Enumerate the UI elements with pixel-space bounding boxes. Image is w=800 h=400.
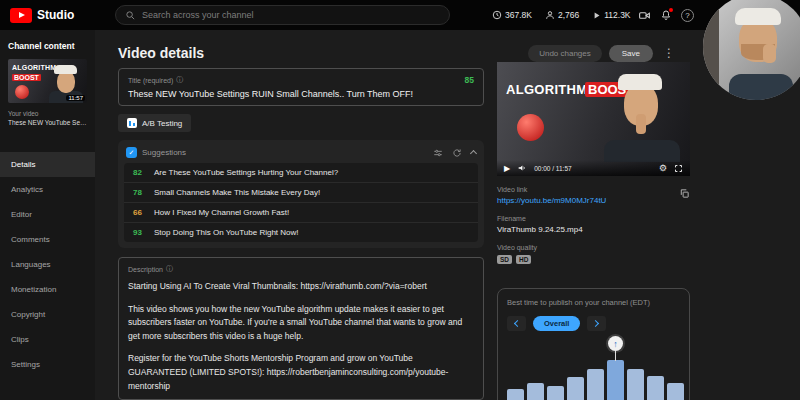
video-player[interactable]: ALGORITHM BOOST ▶ 00:00 / 11:57 ⚙ bbox=[497, 62, 690, 176]
notifications-button[interactable] bbox=[660, 9, 672, 21]
video-thumbnail[interactable]: ALGORITHM BOOST 11:57 bbox=[8, 59, 87, 103]
hd-badge: HD bbox=[516, 255, 531, 264]
scheduled-publish-marker: ↑ bbox=[608, 336, 623, 351]
description-label-row: Description ⓘ bbox=[128, 264, 474, 274]
ab-testing-icon bbox=[127, 118, 137, 128]
title-input[interactable]: These NEW YouTube Settings RUIN Small Ch… bbox=[128, 89, 474, 99]
best-time-bar bbox=[667, 383, 684, 400]
play-button[interactable]: ▶ bbox=[504, 164, 510, 173]
chevron-left-icon bbox=[514, 320, 521, 327]
stat-watch-time[interactable]: 367.8K bbox=[492, 10, 532, 20]
sidebar-item-copyright[interactable]: Copyright bbox=[0, 302, 95, 327]
top-bar: Studio Search across your channel 367.8K… bbox=[0, 0, 800, 30]
thumbnail-text-line2: BOOST bbox=[12, 74, 41, 81]
help-button[interactable]: ? bbox=[681, 9, 694, 22]
prev-button[interactable] bbox=[507, 316, 526, 331]
sidebar-menu: Details Analytics Editor Comments Langua… bbox=[0, 152, 95, 377]
sidebar-item-clips[interactable]: Clips bbox=[0, 327, 95, 352]
channel-content-label: Channel content bbox=[0, 30, 95, 59]
suggestion-score: 82 bbox=[133, 168, 145, 177]
search-placeholder: Search across your channel bbox=[142, 10, 254, 20]
copy-icon[interactable] bbox=[679, 188, 690, 199]
more-options-icon[interactable]: ⋮ bbox=[660, 46, 678, 60]
best-time-bar bbox=[587, 369, 604, 400]
sidebar-item-editor[interactable]: Editor bbox=[0, 202, 95, 227]
thumbnail-red-ball bbox=[517, 114, 544, 141]
description-label-text: Description bbox=[128, 266, 163, 273]
content-header: Video details Undo changes Save ⋮ bbox=[118, 42, 678, 64]
thumbnail-person-hand bbox=[636, 114, 646, 134]
sidebar-item-settings[interactable]: Settings bbox=[0, 352, 95, 377]
clock-icon bbox=[492, 10, 502, 20]
page-title: Video details bbox=[118, 45, 204, 61]
scheduled-publish-line bbox=[615, 351, 616, 361]
record-icon[interactable] bbox=[638, 9, 651, 22]
sd-badge: SD bbox=[497, 255, 512, 264]
video-link[interactable]: https://youtu.be/m9M0MJr74tU bbox=[497, 196, 690, 205]
thumbnail-text-line1: ALGORITHM bbox=[12, 64, 56, 71]
save-button[interactable]: Save bbox=[609, 45, 653, 62]
best-time-bar bbox=[527, 383, 544, 400]
suggestion-score: 93 bbox=[133, 228, 145, 237]
sidebar: Channel content ALGORITHM BOOST 11:57 Yo… bbox=[0, 30, 95, 400]
title-label: Title (required) ⓘ bbox=[128, 75, 183, 85]
suggestion-row[interactable]: 93 Stop Doing This On YouTube Right Now! bbox=[124, 222, 478, 242]
sidebar-item-monetization[interactable]: Monetization bbox=[0, 277, 95, 302]
refresh-icon[interactable] bbox=[452, 148, 462, 158]
volume-icon[interactable] bbox=[517, 163, 527, 173]
stat-subscribers[interactable]: 2,766 bbox=[545, 10, 579, 20]
thumbnail-red-ball bbox=[15, 85, 29, 99]
filename-label: Filename bbox=[497, 215, 690, 222]
sidebar-video-title: These NEW YouTube Settings RUIN .. bbox=[0, 117, 95, 126]
sidebar-item-languages[interactable]: Languages bbox=[0, 252, 95, 277]
suggestion-text: How I Fixed My Channel Growth Fast! bbox=[154, 208, 289, 217]
views-icon bbox=[592, 11, 601, 20]
sidebar-item-analytics[interactable]: Analytics bbox=[0, 177, 95, 202]
topbar-icon-group: ? bbox=[638, 0, 694, 30]
stat-views[interactable]: 112.3K bbox=[592, 10, 630, 20]
suggestion-score: 78 bbox=[133, 188, 145, 197]
best-time-bar bbox=[647, 376, 664, 400]
suggestion-text: Are These YouTube Settings Hurting Your … bbox=[154, 168, 338, 177]
sidebar-item-details[interactable]: Details bbox=[0, 152, 95, 177]
suggestion-row[interactable]: 78 Small Channels Make This Mistake Ever… bbox=[124, 182, 478, 202]
suggestions-header: ✓ Suggestions bbox=[124, 145, 478, 163]
collapse-icon[interactable] bbox=[470, 150, 477, 157]
description-paragraph: Starting Using AI To Create Viral Thumbn… bbox=[128, 280, 474, 294]
quality-badges: SD HD bbox=[497, 255, 690, 264]
filename-value: ViraThumb 9.24.25.mp4 bbox=[497, 225, 690, 234]
fullscreen-icon[interactable] bbox=[674, 164, 683, 173]
suggestion-row[interactable]: 66 How I Fixed My Channel Growth Fast! bbox=[124, 202, 478, 222]
best-time-bar bbox=[567, 377, 584, 400]
search-bar[interactable]: Search across your channel bbox=[115, 5, 450, 25]
thumbnail-text-line1: ALGORITHM bbox=[506, 82, 587, 97]
ab-testing-button[interactable]: A/B Testing bbox=[118, 114, 191, 132]
best-time-nav: Overall bbox=[507, 316, 680, 331]
overall-tab[interactable]: Overall bbox=[533, 316, 580, 331]
suggestion-score: 66 bbox=[133, 208, 145, 217]
best-time-bars bbox=[507, 360, 684, 400]
stat-value: 367.8K bbox=[505, 10, 532, 20]
studio-logo[interactable]: Studio bbox=[10, 8, 74, 23]
sidebar-item-comments[interactable]: Comments bbox=[0, 227, 95, 252]
header-actions: Undo changes Save ⋮ bbox=[528, 45, 678, 62]
notification-dot bbox=[669, 8, 673, 12]
thumbnail-person-cap bbox=[618, 74, 662, 90]
player-settings-icon[interactable]: ⚙ bbox=[659, 163, 667, 173]
video-quality-label: Video quality bbox=[497, 244, 690, 251]
webcam-person-cap bbox=[735, 8, 781, 25]
subscribers-icon bbox=[545, 10, 555, 20]
title-field[interactable]: Title (required) ⓘ 85 These NEW YouTube … bbox=[118, 68, 484, 106]
webcam-person-hand bbox=[763, 44, 776, 63]
description-field[interactable]: Description ⓘ Starting Using AI To Creat… bbox=[118, 257, 484, 400]
suggestion-row[interactable]: 82 Are These YouTube Settings Hurting Yo… bbox=[124, 163, 478, 182]
webcam-person-body bbox=[729, 74, 793, 100]
title-label-row: Title (required) ⓘ 85 bbox=[128, 75, 474, 85]
stat-value: 2,766 bbox=[558, 10, 579, 20]
studio-logo-text: Studio bbox=[37, 8, 74, 22]
filter-icon[interactable] bbox=[433, 148, 443, 158]
next-button[interactable] bbox=[587, 316, 606, 331]
your-video-label: Your video bbox=[0, 103, 95, 117]
undo-changes-button[interactable]: Undo changes bbox=[528, 45, 602, 62]
title-score: 85 bbox=[465, 75, 474, 85]
